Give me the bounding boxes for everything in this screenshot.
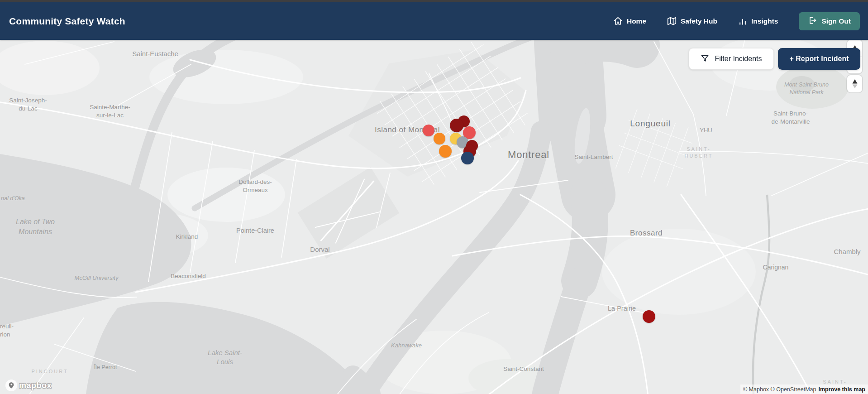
sign-out-label: Sign Out [821,17,851,25]
incident-marker-orange[interactable] [439,145,452,158]
incident-marker-red[interactable] [643,310,655,323]
mapbox-logo[interactable]: mapbox [5,380,52,391]
nav-item-home[interactable]: Home [613,16,646,26]
nav-item-insights[interactable]: Insights [738,17,778,26]
incident-marker-orange[interactable] [434,133,445,144]
improve-map-link[interactable]: Improve this map [819,386,866,393]
nav-item-label: Safety Hub [681,17,717,25]
funnel-icon [701,54,709,64]
browser-chrome-strip [0,0,868,2]
map-compass-control[interactable] [847,75,862,92]
basemap-tiles [0,40,868,394]
home-icon [613,16,623,26]
sign-out-button[interactable]: Sign Out [799,12,860,30]
incident-marker-navy[interactable] [461,152,474,164]
nav-item-safety-hub[interactable]: Safety Hub [667,16,717,26]
app-header: Community Safety Watch Home Safety Hub [0,2,868,40]
sign-out-icon [808,16,817,27]
nav-item-label: Home [627,17,646,25]
mapbox-pin-icon [5,380,17,391]
compass-icon[interactable] [847,75,862,92]
filter-incidents-button[interactable]: Filter Incidents [689,48,774,70]
mapbox-wordmark: mapbox [19,381,52,390]
incident-marker-dark_red[interactable] [450,119,463,132]
incident-marker-coral[interactable] [423,125,434,136]
map-attribution: © Mapbox © OpenStreetMap Improve this ma… [740,384,868,394]
map-canvas[interactable]: Filter Incidents + Report Incident [0,40,868,394]
bar-chart-icon [738,17,747,26]
map-icon [667,16,677,26]
report-incident-button[interactable]: + Report Incident [778,48,860,70]
app-title: Community Safety Watch [9,16,125,27]
attribution-links[interactable]: © Mapbox © OpenStreetMap [743,386,816,393]
main-nav: Home Safety Hub Insights [613,12,860,30]
filter-incidents-label: Filter Incidents [715,55,762,63]
nav-item-label: Insights [751,17,778,25]
